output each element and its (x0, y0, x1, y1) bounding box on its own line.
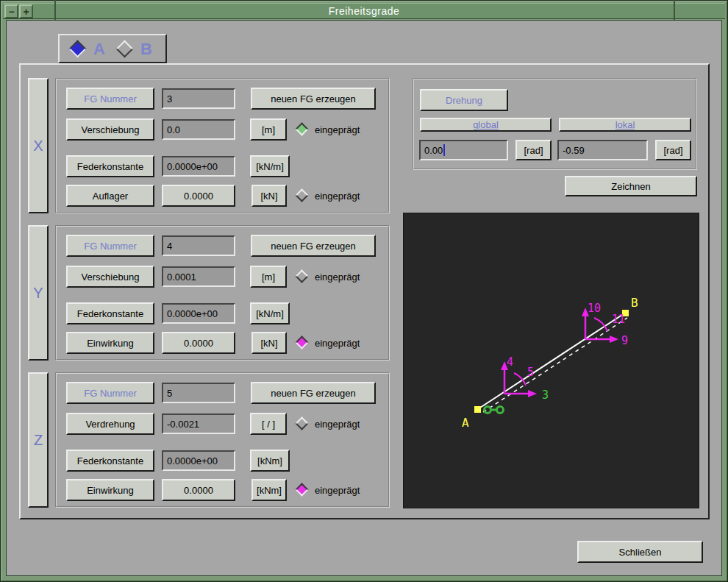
spring-constant-value: 0.0000e+00 (167, 161, 218, 172)
local-rotation-input[interactable]: -0.59 (557, 140, 648, 160)
unit-button[interactable]: [kN/m] (250, 302, 290, 324)
spring-constant-button[interactable]: Federkonstante (66, 450, 154, 472)
draw-button[interactable]: Zeichnen (565, 176, 697, 196)
imposed-toggle[interactable] (295, 188, 308, 202)
global-rotation-value: 0.00 (424, 145, 443, 156)
node-a-label: A (462, 416, 469, 430)
displacement-button[interactable]: Verschiebung (66, 118, 154, 141)
imposed-label: eingeprägt (315, 124, 360, 135)
dof-4-label: 4 (507, 355, 513, 369)
axis-z-label: Z (34, 432, 43, 449)
beam-drawing: A B 3 4 5 9 10 11 (404, 213, 699, 508)
fg-number-value: 4 (167, 241, 172, 252)
support-button[interactable]: Auflager (66, 185, 154, 207)
fg-number-input[interactable]: 3 (162, 88, 235, 109)
fg-number-input[interactable]: 5 (162, 383, 235, 403)
create-fg-button[interactable]: neuen FG erzeugen (251, 88, 376, 110)
global-header[interactable]: global (420, 118, 552, 132)
local-rotation-value: -0.59 (563, 145, 585, 156)
fg-number-input[interactable]: 4 (162, 235, 235, 256)
axis-x-label: X (33, 138, 43, 155)
group-z: FG Nummer 5 neuen FG erzeugen Verdrehung… (55, 372, 390, 508)
unit-button[interactable]: [kNm] (250, 450, 290, 472)
displacement-input[interactable]: 0.0001 (162, 266, 235, 287)
spring-constant-button[interactable]: Federkonstante (66, 155, 154, 177)
radio-b-label[interactable]: B (140, 40, 152, 59)
window: − + Freiheitsgrade A B X FG Nummer 3 (0, 0, 728, 582)
node-b-label: B (631, 296, 638, 310)
imposed-toggle[interactable] (295, 122, 308, 135)
dof-10-label: 10 (588, 302, 601, 315)
unit-button[interactable]: [kNm] (251, 479, 287, 501)
local-header[interactable]: lokal (559, 118, 691, 132)
displacement-value: 0.0 (167, 124, 180, 135)
unit-button[interactable]: [m] (250, 118, 287, 141)
fg-number-button[interactable]: FG Nummer (66, 235, 154, 257)
unit-button[interactable]: [kN] (251, 332, 287, 354)
axis-y-label: Y (33, 285, 43, 302)
dof-9-label: 9 (621, 334, 628, 347)
spring-constant-input[interactable]: 0.0000e+00 (162, 303, 235, 324)
displacement-value: 0.0001 (167, 272, 196, 283)
unit-button[interactable]: [m] (250, 266, 287, 288)
support-value-display: 0.0000 (162, 185, 235, 207)
client-area: A B X FG Nummer 3 neuen FG erzeugen Vers… (6, 20, 722, 576)
create-fg-button[interactable]: neuen FG erzeugen (251, 382, 376, 404)
radio-a-diamond[interactable] (68, 40, 86, 57)
unit-button[interactable]: [kN/m] (250, 155, 290, 177)
axis-z-bar[interactable]: Z (28, 372, 49, 508)
global-rotation-input[interactable]: 0.00 (419, 140, 508, 160)
window-title: Freiheitsgrade (3, 5, 725, 17)
dof-3-label: 3 (542, 388, 549, 402)
fg-number-button[interactable]: FG Nummer (66, 382, 154, 404)
displacement-button[interactable]: Verschiebung (66, 266, 154, 288)
group-x: FG Nummer 3 neuen FG erzeugen Verschiebu… (55, 78, 390, 213)
spring-constant-value: 0.0000e+00 (167, 308, 218, 319)
imposed-toggle[interactable] (295, 483, 308, 496)
rotation-button[interactable]: Drehung (420, 89, 508, 111)
unit-button[interactable]: [rad] (515, 140, 552, 160)
spring-constant-button[interactable]: Federkonstante (66, 302, 154, 324)
spring-constant-input[interactable]: 0.0000e+00 (162, 450, 235, 471)
fg-number-value: 3 (167, 93, 172, 104)
close-button[interactable]: Schließen (577, 541, 703, 563)
node-a-marker (474, 406, 481, 413)
unit-button[interactable]: [kN] (251, 185, 287, 207)
action-button[interactable]: Einwirkung (66, 479, 154, 501)
create-fg-button[interactable]: neuen FG erzeugen (251, 235, 376, 257)
imposed-toggle[interactable] (295, 416, 308, 430)
fg-number-button[interactable]: FG Nummer (66, 88, 154, 110)
spring-constant-input[interactable]: 0.0000e+00 (162, 156, 235, 177)
action-button[interactable]: Einwirkung (66, 332, 154, 354)
titlebar: − + Freiheitsgrade (3, 3, 725, 19)
imposed-label: eingeprägt (315, 338, 360, 349)
dof-11-label: 11 (612, 313, 625, 326)
imposed-label: eingeprägt (315, 419, 360, 430)
radio-b-diamond[interactable] (115, 40, 133, 57)
axis-x-bar[interactable]: X (28, 78, 49, 213)
imposed-label: eingeprägt (315, 191, 360, 202)
axis-y-bar[interactable]: Y (28, 225, 49, 361)
beam-solid-line (480, 313, 624, 408)
node-selector-panel: A B (58, 34, 167, 63)
displacement-input[interactable]: 0.0 (162, 119, 235, 140)
spring-constant-value: 0.0000e+00 (167, 455, 218, 466)
text-caret (443, 144, 445, 156)
dof-5-label: 5 (527, 366, 534, 379)
rotation-group: Drehung global lokal 0.00 [rad] -0.59 [r… (413, 78, 697, 170)
imposed-toggle[interactable] (295, 269, 308, 283)
unit-button[interactable]: [ / ] (250, 413, 287, 435)
rotation-dof-value: -0.0021 (167, 419, 199, 430)
action-value-display: 0.0000 (162, 332, 235, 354)
fg-number-value: 5 (167, 388, 172, 399)
imposed-label: eingeprägt (315, 485, 360, 496)
imposed-toggle[interactable] (295, 336, 308, 349)
rotation-dof-input[interactable]: -0.0021 (162, 414, 235, 434)
group-y: FG Nummer 4 neuen FG erzeugen Verschiebu… (55, 225, 390, 361)
unit-button[interactable]: [rad] (655, 140, 691, 160)
imposed-label: eingeprägt (315, 272, 360, 283)
hinge-link-icon (485, 407, 504, 414)
radio-a-label[interactable]: A (93, 40, 105, 59)
beam-canvas[interactable]: A B 3 4 5 9 10 11 (403, 213, 699, 508)
rotation-dof-button[interactable]: Verdrehung (66, 413, 154, 435)
